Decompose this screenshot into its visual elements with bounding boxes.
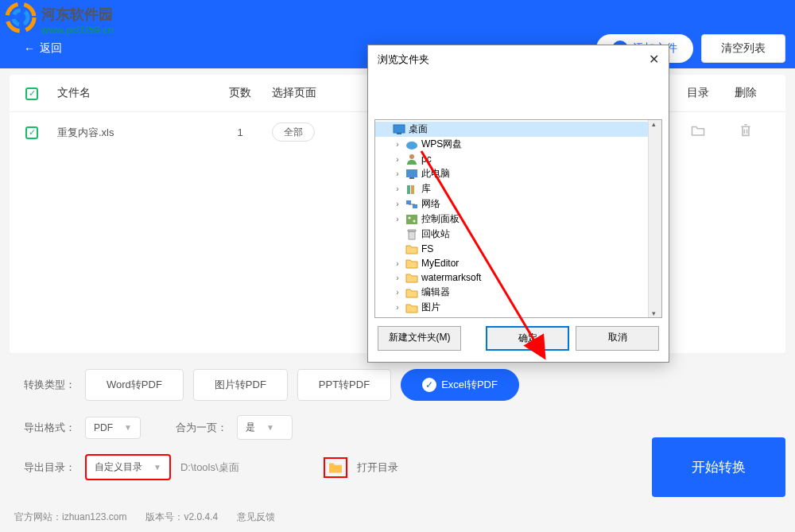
back-arrow-icon: ← <box>24 42 35 55</box>
type-word-button[interactable]: Word转PDF <box>85 369 184 401</box>
tree-item-label: 此电脑 <box>421 167 450 181</box>
type-ppt-button[interactable]: PPT转PDF <box>297 369 391 401</box>
tree-item[interactable]: 回收站 <box>375 227 661 242</box>
format-dropdown[interactable]: PDF ▼ <box>85 417 141 439</box>
svg-point-5 <box>409 154 414 159</box>
expand-icon[interactable]: › <box>393 288 402 297</box>
expand-icon[interactable]: › <box>393 215 402 223</box>
cell-filename: 重复内容.xls <box>57 126 208 140</box>
expand-icon[interactable]: › <box>393 169 402 178</box>
row-checkbox[interactable]: ✓ <box>25 126 38 139</box>
svg-point-14 <box>409 216 411 219</box>
delete-icon[interactable] <box>739 125 752 141</box>
bin-icon <box>405 228 418 241</box>
cell-pages: 1 <box>208 126 272 138</box>
svg-rect-9 <box>411 185 414 194</box>
tree-item-label: pc <box>421 153 432 165</box>
ctrl-icon <box>405 213 418 226</box>
watermark-url: www.pc0359.cn <box>41 24 114 36</box>
outdir-label: 导出目录： <box>24 460 76 475</box>
tree-item-label: WPS网盘 <box>421 138 462 151</box>
type-label: 转换类型： <box>24 378 76 392</box>
tree-item[interactable]: ›WPS网盘 <box>375 137 661 152</box>
clear-list-button[interactable]: 清空列表 <box>701 34 785 63</box>
tree-item[interactable]: ›pc <box>375 152 661 166</box>
ok-button[interactable]: 确定 <box>486 326 569 351</box>
tree-item-label: 控制面板 <box>421 212 460 226</box>
merge-label: 合为一页： <box>176 421 227 435</box>
expand-icon[interactable]: › <box>393 140 402 149</box>
check-icon: ✓ <box>422 378 436 392</box>
svg-rect-3 <box>397 133 401 134</box>
close-icon[interactable]: ✕ <box>649 52 659 67</box>
tree-item[interactable]: 桌面 <box>375 122 661 137</box>
svg-rect-10 <box>406 200 411 204</box>
footer: 官方网站：izhuan123.com 版本号：v2.0.4.4 意见反馈 <box>0 503 795 532</box>
top-bar <box>0 0 795 29</box>
tree-item-label: 桌面 <box>409 122 428 136</box>
tree-item-label: 库 <box>421 182 431 196</box>
watermark-logo-icon <box>5 2 37 33</box>
svg-point-15 <box>413 219 416 222</box>
tree-item[interactable]: ›图片 <box>375 300 661 315</box>
version-label: 版本号： <box>145 511 184 522</box>
outdir-path-input[interactable] <box>180 461 314 473</box>
tree-item[interactable]: ›控制面板 <box>375 212 661 227</box>
tree-item-label: watermarksoft <box>421 272 481 283</box>
tree-item[interactable]: ›库 <box>375 181 661 196</box>
user-icon <box>405 153 418 165</box>
folder-icon <box>328 461 343 474</box>
tree-item[interactable]: ›编辑器 <box>375 285 661 300</box>
open-folder-icon[interactable] <box>691 124 705 140</box>
cloud-icon <box>405 138 418 151</box>
scrollbar[interactable] <box>648 120 661 317</box>
tree-item[interactable]: ›网络 <box>375 196 661 212</box>
select-pages-button[interactable]: 全部 <box>272 122 315 142</box>
watermark-title: 河东软件园 <box>41 5 114 24</box>
svg-rect-7 <box>409 177 414 179</box>
tree-item[interactable]: ›MyEditor <box>375 256 661 270</box>
header-dir: 目录 <box>674 86 722 100</box>
feedback-link[interactable]: 意见反馈 <box>237 511 275 524</box>
cancel-button[interactable]: 取消 <box>576 326 659 351</box>
type-excel-button[interactable]: ✓ Excel转PDF <box>401 369 519 401</box>
site-link[interactable]: izhuan123.com <box>62 511 126 522</box>
expand-icon[interactable]: › <box>393 259 402 268</box>
tree-item-label: 网络 <box>421 197 440 211</box>
tree-item-label: 编辑器 <box>421 285 450 299</box>
outdir-mode-dropdown[interactable]: 自定义目录 ▼ <box>85 454 171 480</box>
dialog-title: 浏览文件夹 <box>378 52 429 67</box>
header-pages: 页数 <box>208 86 272 100</box>
folder-icon <box>405 286 418 299</box>
type-image-button[interactable]: 图片转PDF <box>193 369 288 401</box>
open-dir-link[interactable]: 打开目录 <box>357 460 398 475</box>
select-all-checkbox[interactable]: ✓ <box>25 87 38 100</box>
tree-item[interactable]: ›此电脑 <box>375 166 661 181</box>
svg-point-4 <box>406 142 417 150</box>
back-button[interactable]: ← 返回 <box>24 41 62 56</box>
header-select: 选择页面 <box>272 86 335 100</box>
expand-icon[interactable]: › <box>393 303 402 312</box>
merge-dropdown[interactable]: 是 ▼ <box>237 415 293 440</box>
merge-value: 是 <box>246 421 255 434</box>
tree-item[interactable]: FS <box>375 242 661 256</box>
site-label: 官方网站： <box>14 511 62 522</box>
folder-icon <box>405 271 418 284</box>
folder-icon <box>405 301 418 314</box>
expand-icon[interactable]: › <box>393 155 402 164</box>
expand-icon[interactable]: › <box>393 200 402 208</box>
chevron-down-icon: ▼ <box>266 423 274 432</box>
svg-rect-8 <box>407 185 410 194</box>
new-folder-button[interactable]: 新建文件夹(M) <box>378 326 461 351</box>
expand-icon[interactable]: › <box>393 184 402 193</box>
svg-point-1 <box>14 10 28 25</box>
convert-button[interactable]: 开始转换 <box>652 437 785 497</box>
format-label: 导出格式： <box>24 421 76 435</box>
version-value: v2.0.4.4 <box>184 511 218 522</box>
tree-item[interactable]: ›watermarksoft <box>375 270 661 285</box>
header-filename: 文件名 <box>57 86 208 100</box>
tree-item-label: 图片 <box>421 301 440 314</box>
expand-icon[interactable]: › <box>393 274 402 282</box>
back-label: 返回 <box>40 41 62 56</box>
browse-folder-button[interactable] <box>324 457 347 478</box>
